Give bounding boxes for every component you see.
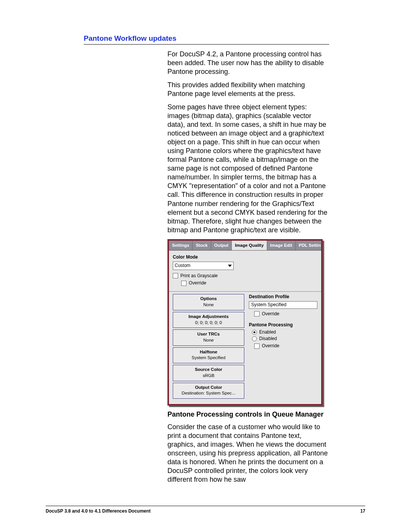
cell-value: None [175, 337, 242, 343]
halftone-cell[interactable]: Halftone System Specified [173, 347, 244, 363]
paragraph: Consider the case of a customer who woul… [167, 423, 329, 484]
radio-label: Enabled [259, 329, 276, 335]
footer-left: DocuSP 3.8 and 4.0 to 4.1 Differences Do… [46, 508, 151, 514]
profile-column: Destination Profile System Specified Ove… [249, 294, 317, 400]
cell-value: 0; 0; 0; 0; 0; 0 [175, 320, 242, 326]
tab-pdl-settings[interactable]: PDL Settin [296, 241, 324, 251]
override-label: Override [262, 343, 279, 349]
paragraph: This provides added flexibility when mat… [167, 81, 329, 98]
override-checkbox[interactable]: Override [181, 280, 317, 286]
cell-value: None [175, 302, 242, 308]
pantone-enabled-radio[interactable]: Enabled [252, 329, 317, 335]
body-column: For DocuSP 4.2, a Pantone processing con… [167, 50, 329, 484]
override-label: Override [262, 311, 279, 317]
tab-output[interactable]: Output [211, 241, 232, 251]
options-column: Options None Image Adjustments 0; 0; 0; … [173, 294, 244, 400]
paragraph: Some pages have three object element typ… [167, 103, 329, 234]
chevron-down-icon [228, 265, 232, 267]
color-mode-label: Color Mode [173, 254, 317, 260]
footer-page-number: 17 [360, 508, 365, 514]
cell-value: sRGB [175, 373, 242, 379]
tab-image-edit[interactable]: Image Edit [267, 241, 296, 251]
tab-image-quality[interactable]: Image Quality [232, 241, 267, 251]
destination-profile-label: Destination Profile [249, 294, 317, 300]
queue-manager-dialog: Settings Stock Output Image Quality Imag… [167, 239, 323, 406]
print-grayscale-label: Print as Grayscale [180, 273, 218, 279]
output-color-cell[interactable]: Output Color Destination: System Spec... [173, 383, 244, 399]
checkbox-icon [254, 311, 260, 316]
print-grayscale-checkbox[interactable]: Print as Grayscale [173, 273, 317, 279]
paragraph: For DocuSP 4.2, a Pantone processing con… [167, 50, 329, 76]
radio-icon [252, 330, 257, 335]
cell-header: Output Color [175, 385, 242, 390]
color-mode-select[interactable]: Custom [173, 262, 234, 270]
tab-settings[interactable]: Settings [169, 241, 193, 251]
source-color-cell[interactable]: Source Color sRGB [173, 365, 244, 381]
tab-stock[interactable]: Stock [193, 241, 211, 251]
color-mode-value: Custom [175, 263, 190, 268]
document-page: Pantone Workflow updates For DocuSP 4.2,… [0, 0, 411, 532]
destination-profile-field[interactable]: System Specified [249, 301, 317, 309]
options-cell[interactable]: Options None [173, 294, 244, 310]
pantone-disabled-radio[interactable]: Disabled [252, 336, 317, 342]
checkbox-icon [181, 281, 186, 286]
dialog-tabs: Settings Stock Output Image Quality Imag… [169, 241, 321, 251]
cell-value: System Specified [175, 355, 242, 361]
radio-icon [252, 336, 257, 341]
dialog-lower-panel: Options None Image Adjustments 0; 0; 0; … [169, 292, 321, 404]
section-title: Pantone Workflow updates [84, 34, 329, 45]
cell-header: Source Color [175, 367, 242, 372]
user-trcs-cell[interactable]: User TRCs None [173, 329, 244, 345]
pantone-processing-label: Pantone Processing [249, 322, 317, 328]
destination-profile-value: System Specified [251, 302, 287, 308]
cell-value: Destination: System Spec... [175, 390, 242, 396]
override-label: Override [189, 280, 206, 286]
pantone-override-checkbox[interactable]: Override [254, 343, 317, 349]
cell-header: Image Adjustments [175, 314, 242, 320]
figure-caption: Pantone Processing controls in Queue Man… [167, 410, 329, 419]
radio-label: Disabled [259, 336, 277, 342]
checkbox-icon [254, 343, 260, 349]
cell-header: Halftone [175, 349, 242, 355]
cell-header: User TRCs [175, 331, 242, 337]
page-footer: DocuSP 3.8 and 4.0 to 4.1 Differences Do… [46, 506, 365, 514]
dialog-upper-panel: Color Mode Custom Print as Grayscale Ove… [169, 251, 321, 292]
destination-override-checkbox[interactable]: Override [254, 311, 317, 317]
checkbox-icon [173, 273, 178, 278]
cell-header: Options [175, 296, 242, 302]
image-adjustments-cell[interactable]: Image Adjustments 0; 0; 0; 0; 0; 0 [173, 312, 244, 328]
